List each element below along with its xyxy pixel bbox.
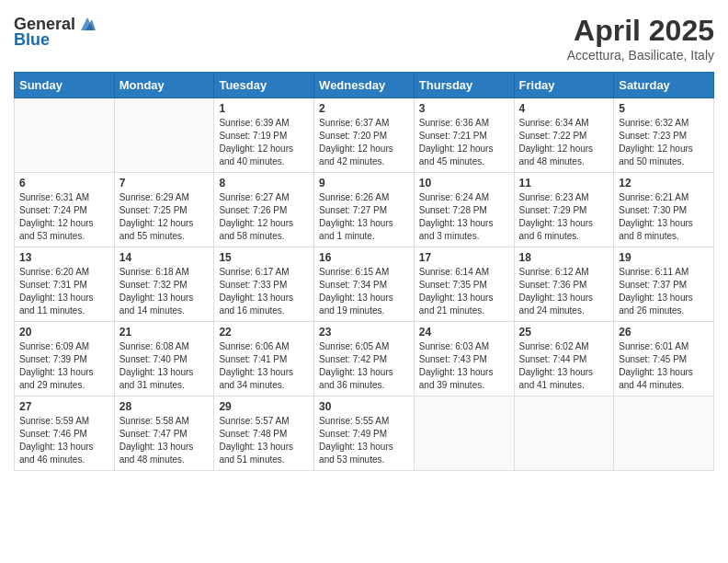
- calendar-cell: 18Sunrise: 6:12 AMSunset: 7:36 PMDayligh…: [514, 247, 614, 322]
- calendar-header-row: SundayMondayTuesdayWednesdayThursdayFrid…: [15, 73, 714, 98]
- calendar-cell: 20Sunrise: 6:09 AMSunset: 7:39 PMDayligh…: [15, 322, 115, 396]
- col-header-friday: Friday: [514, 73, 614, 98]
- calendar-cell: 4Sunrise: 6:34 AMSunset: 7:22 PMDaylight…: [514, 98, 614, 173]
- cell-info: Sunrise: 6:14 AMSunset: 7:35 PMDaylight:…: [419, 266, 509, 317]
- day-number: 2: [319, 102, 409, 115]
- col-header-wednesday: Wednesday: [314, 73, 415, 98]
- calendar-cell: 8Sunrise: 6:27 AMSunset: 7:26 PMDaylight…: [214, 173, 314, 247]
- calendar-week-row: 27Sunrise: 5:59 AMSunset: 7:46 PMDayligh…: [15, 396, 714, 471]
- cell-info: Sunrise: 6:34 AMSunset: 7:22 PMDaylight:…: [519, 117, 609, 168]
- cell-info: Sunrise: 5:57 AMSunset: 7:48 PMDaylight:…: [219, 415, 309, 466]
- calendar-cell: 29Sunrise: 5:57 AMSunset: 7:48 PMDayligh…: [214, 396, 314, 471]
- day-number: 4: [519, 102, 609, 115]
- calendar-cell: [414, 396, 514, 471]
- col-header-thursday: Thursday: [414, 73, 514, 98]
- calendar-cell: [514, 396, 614, 471]
- month-title: April 2025: [567, 14, 714, 48]
- calendar-cell: 17Sunrise: 6:14 AMSunset: 7:35 PMDayligh…: [414, 247, 514, 322]
- day-number: 22: [219, 326, 309, 339]
- calendar-cell: 3Sunrise: 6:36 AMSunset: 7:21 PMDaylight…: [414, 98, 514, 173]
- calendar-week-row: 20Sunrise: 6:09 AMSunset: 7:39 PMDayligh…: [15, 322, 714, 396]
- day-number: 24: [419, 326, 509, 339]
- calendar-cell: [614, 396, 714, 471]
- day-number: 26: [619, 326, 709, 339]
- cell-info: Sunrise: 6:29 AMSunset: 7:25 PMDaylight:…: [119, 191, 210, 243]
- cell-info: Sunrise: 6:39 AMSunset: 7:19 PMDaylight:…: [219, 117, 309, 168]
- calendar-cell: [114, 98, 214, 173]
- cell-info: Sunrise: 6:21 AMSunset: 7:30 PMDaylight:…: [619, 191, 709, 243]
- logo: General Blue: [14, 14, 97, 50]
- day-number: 8: [219, 177, 309, 190]
- day-number: 10: [419, 177, 509, 190]
- cell-info: Sunrise: 6:02 AMSunset: 7:44 PMDaylight:…: [519, 340, 609, 392]
- cell-info: Sunrise: 6:06 AMSunset: 7:41 PMDaylight:…: [219, 340, 309, 392]
- calendar-cell: 22Sunrise: 6:06 AMSunset: 7:41 PMDayligh…: [214, 322, 314, 396]
- calendar-cell: [15, 98, 115, 173]
- calendar-cell: 9Sunrise: 6:26 AMSunset: 7:27 PMDaylight…: [314, 173, 415, 247]
- col-header-monday: Monday: [114, 73, 214, 98]
- cell-info: Sunrise: 6:01 AMSunset: 7:45 PMDaylight:…: [619, 340, 709, 392]
- day-number: 18: [519, 251, 609, 264]
- calendar-cell: 25Sunrise: 6:02 AMSunset: 7:44 PMDayligh…: [514, 322, 614, 396]
- calendar-cell: 30Sunrise: 5:55 AMSunset: 7:49 PMDayligh…: [314, 396, 415, 471]
- calendar-cell: 21Sunrise: 6:08 AMSunset: 7:40 PMDayligh…: [114, 322, 214, 396]
- day-number: 20: [19, 326, 109, 339]
- calendar-cell: 2Sunrise: 6:37 AMSunset: 7:20 PMDaylight…: [314, 98, 415, 173]
- calendar-cell: 11Sunrise: 6:23 AMSunset: 7:29 PMDayligh…: [514, 173, 614, 247]
- logo-blue: Blue: [14, 30, 50, 50]
- calendar-cell: 28Sunrise: 5:58 AMSunset: 7:47 PMDayligh…: [114, 396, 214, 471]
- day-number: 25: [519, 326, 609, 339]
- calendar-cell: 12Sunrise: 6:21 AMSunset: 7:30 PMDayligh…: [614, 173, 714, 247]
- day-number: 11: [519, 177, 609, 190]
- day-number: 30: [319, 400, 409, 413]
- day-number: 15: [219, 251, 309, 264]
- calendar-cell: 16Sunrise: 6:15 AMSunset: 7:34 PMDayligh…: [314, 247, 415, 322]
- logo-icon: [77, 14, 97, 34]
- day-number: 1: [219, 102, 309, 115]
- cell-info: Sunrise: 6:18 AMSunset: 7:32 PMDaylight:…: [119, 266, 210, 317]
- day-number: 14: [119, 251, 210, 264]
- calendar-week-row: 6Sunrise: 6:31 AMSunset: 7:24 PMDaylight…: [15, 173, 714, 247]
- col-header-tuesday: Tuesday: [214, 73, 314, 98]
- cell-info: Sunrise: 5:55 AMSunset: 7:49 PMDaylight:…: [319, 415, 409, 466]
- title-block: April 2025 Accettura, Basilicate, Italy: [567, 14, 714, 63]
- calendar-cell: 19Sunrise: 6:11 AMSunset: 7:37 PMDayligh…: [614, 247, 714, 322]
- calendar-cell: 14Sunrise: 6:18 AMSunset: 7:32 PMDayligh…: [114, 247, 214, 322]
- day-number: 29: [219, 400, 309, 413]
- day-number: 5: [619, 102, 709, 115]
- calendar-cell: 1Sunrise: 6:39 AMSunset: 7:19 PMDaylight…: [214, 98, 314, 173]
- cell-info: Sunrise: 6:23 AMSunset: 7:29 PMDaylight:…: [519, 191, 609, 243]
- day-number: 16: [319, 251, 409, 264]
- location-title: Accettura, Basilicate, Italy: [567, 48, 714, 63]
- cell-info: Sunrise: 6:37 AMSunset: 7:20 PMDaylight:…: [319, 117, 409, 168]
- cell-info: Sunrise: 6:03 AMSunset: 7:43 PMDaylight:…: [419, 340, 509, 392]
- calendar-cell: 7Sunrise: 6:29 AMSunset: 7:25 PMDaylight…: [114, 173, 214, 247]
- day-number: 23: [319, 326, 409, 339]
- cell-info: Sunrise: 6:36 AMSunset: 7:21 PMDaylight:…: [419, 117, 509, 168]
- day-number: 13: [19, 251, 109, 264]
- day-number: 7: [119, 177, 210, 190]
- cell-info: Sunrise: 5:59 AMSunset: 7:46 PMDaylight:…: [19, 415, 109, 466]
- calendar-cell: 15Sunrise: 6:17 AMSunset: 7:33 PMDayligh…: [214, 247, 314, 322]
- calendar-cell: 5Sunrise: 6:32 AMSunset: 7:23 PMDaylight…: [614, 98, 714, 173]
- calendar-cell: 13Sunrise: 6:20 AMSunset: 7:31 PMDayligh…: [15, 247, 115, 322]
- day-number: 3: [419, 102, 509, 115]
- cell-info: Sunrise: 5:58 AMSunset: 7:47 PMDaylight:…: [119, 415, 210, 466]
- cell-info: Sunrise: 6:05 AMSunset: 7:42 PMDaylight:…: [319, 340, 409, 392]
- cell-info: Sunrise: 6:26 AMSunset: 7:27 PMDaylight:…: [319, 191, 409, 243]
- calendar-cell: 23Sunrise: 6:05 AMSunset: 7:42 PMDayligh…: [314, 322, 415, 396]
- day-number: 9: [319, 177, 409, 190]
- day-number: 27: [19, 400, 109, 413]
- calendar-cell: 26Sunrise: 6:01 AMSunset: 7:45 PMDayligh…: [614, 322, 714, 396]
- calendar-cell: 24Sunrise: 6:03 AMSunset: 7:43 PMDayligh…: [414, 322, 514, 396]
- day-number: 21: [119, 326, 210, 339]
- cell-info: Sunrise: 6:15 AMSunset: 7:34 PMDaylight:…: [319, 266, 409, 317]
- cell-info: Sunrise: 6:08 AMSunset: 7:40 PMDaylight:…: [119, 340, 210, 392]
- cell-info: Sunrise: 6:32 AMSunset: 7:23 PMDaylight:…: [619, 117, 709, 168]
- calendar-cell: 10Sunrise: 6:24 AMSunset: 7:28 PMDayligh…: [414, 173, 514, 247]
- day-number: 6: [19, 177, 109, 190]
- calendar-week-row: 1Sunrise: 6:39 AMSunset: 7:19 PMDaylight…: [15, 98, 714, 173]
- page-header: General Blue April 2025 Accettura, Basil…: [14, 14, 714, 63]
- cell-info: Sunrise: 6:20 AMSunset: 7:31 PMDaylight:…: [19, 266, 109, 317]
- day-number: 28: [119, 400, 210, 413]
